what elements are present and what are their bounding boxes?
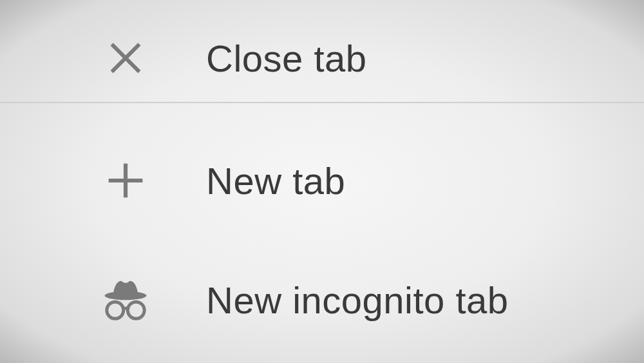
- new-tab-item[interactable]: New tab: [0, 103, 644, 239]
- close-icon: [100, 32, 151, 84]
- menu-divider: [0, 102, 644, 103]
- incognito-icon: [100, 274, 151, 326]
- new-incognito-tab-label: New incognito tab: [206, 279, 509, 322]
- context-menu: Close tab New tab: [0, 0, 644, 363]
- svg-point-6: [128, 302, 144, 319]
- plus-icon: [100, 155, 151, 206]
- new-tab-label: New tab: [206, 159, 345, 202]
- close-tab-item[interactable]: Close tab: [0, 0, 644, 103]
- svg-point-5: [107, 302, 124, 319]
- new-incognito-tab-item[interactable]: New incognito tab: [0, 239, 644, 361]
- close-tab-label: Close tab: [206, 37, 367, 80]
